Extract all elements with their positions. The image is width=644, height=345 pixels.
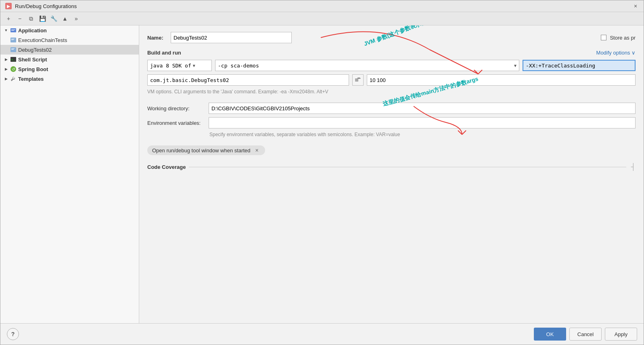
- sidebar-label-debug: DebugTests02: [18, 47, 52, 53]
- svg-rect-7: [11, 48, 15, 49]
- args-input[interactable]: [367, 74, 636, 86]
- save-button[interactable]: 💾: [38, 14, 47, 23]
- spring-icon: ↺: [10, 66, 17, 72]
- sidebar-item-templates[interactable]: ▶ Templates: [0, 74, 139, 84]
- sidebar-item-spring-boot[interactable]: ▶ ↺ Spring Boot: [0, 64, 139, 74]
- main-panel: Name: Store as pr Build and run Modify o…: [139, 25, 644, 323]
- svg-rect-1: [11, 29, 15, 30]
- chevron-right-icon: ▶: [4, 57, 8, 62]
- debug-icon: [10, 46, 17, 53]
- execution-icon: [10, 37, 17, 43]
- sidebar-item-debug-tests[interactable]: DebugTests02: [0, 45, 139, 55]
- store-as-row: Store as pr: [601, 35, 636, 41]
- title-bar: ▶ Run/Debug Configurations ×: [0, 0, 644, 12]
- sdk-dropdown-arrow: ▼: [193, 63, 195, 68]
- ok-button[interactable]: OK: [534, 328, 566, 341]
- store-as-label: Store as pr: [610, 35, 636, 41]
- env-hint: Specify environment variables, separate …: [209, 132, 636, 137]
- svg-rect-5: [11, 40, 14, 40]
- sidebar-item-execution-chain[interactable]: ExecutionChainTests: [0, 35, 139, 45]
- vm-hint: VM options. CLI arguments to the 'Java' …: [147, 87, 636, 96]
- code-coverage-divider: Code Coverage ┤: [147, 163, 636, 170]
- svg-text:↺: ↺: [12, 67, 15, 72]
- sidebar-item-application[interactable]: ▼ Application: [0, 25, 139, 35]
- env-vars-label: Environment variables:: [147, 120, 204, 126]
- working-dir-label: Working directory:: [147, 105, 204, 111]
- remove-button[interactable]: −: [15, 14, 25, 23]
- tag-container: Open run/debug tool window when started …: [147, 145, 636, 155]
- chevron-down-icon: ▼: [4, 28, 8, 33]
- sidebar-label-shell: Shell Script: [18, 57, 47, 63]
- working-dir-row: Working directory:: [147, 103, 636, 114]
- shell-icon: >_: [10, 56, 17, 63]
- sdk-value: java 8 SDK of: [150, 63, 191, 69]
- build-run-title: Build and run: [147, 50, 181, 56]
- sidebar-label-application: Application: [18, 27, 47, 34]
- class-input[interactable]: [147, 74, 349, 86]
- sidebar-label-execution: ExecutionChainTests: [18, 37, 67, 43]
- content-area: ▼ Application ExecutionChainTests DebugT…: [0, 25, 644, 323]
- browse-button[interactable]: [352, 74, 364, 86]
- sidebar-label-spring: Spring Boot: [18, 66, 48, 72]
- open-tool-window-tag: Open run/debug tool window when started …: [147, 145, 265, 155]
- run-debug-dialog: ▶ Run/Debug Configurations × + − ⧉ 💾 🔧 ▲…: [0, 0, 644, 345]
- svg-rect-4: [11, 39, 15, 39]
- store-as-checkbox[interactable]: [601, 35, 606, 40]
- name-input[interactable]: [171, 32, 292, 43]
- sidebar-item-shell-script[interactable]: ▶ >_ Shell Script: [0, 55, 139, 64]
- svg-rect-13: [355, 78, 358, 82]
- footer: ? OK Cancel Apply: [0, 323, 644, 345]
- modify-options-link[interactable]: Modify options ∨: [596, 50, 636, 56]
- svg-text:>_: >_: [11, 58, 15, 61]
- scroll-indicator: ┤: [631, 163, 636, 170]
- sidebar-label-templates: Templates: [18, 76, 44, 82]
- env-vars-row: Environment variables:: [147, 117, 636, 128]
- env-vars-input[interactable]: [209, 117, 636, 128]
- cp-dropdown[interactable]: -cp sca-demos ▼: [215, 60, 519, 71]
- name-label: Name:: [147, 35, 167, 41]
- help-button[interactable]: ?: [7, 328, 19, 340]
- chevron-right-templates-icon: ▶: [4, 76, 8, 81]
- sdk-row: java 8 SDK of ▼ -cp sca-demos ▼: [147, 60, 636, 71]
- close-button[interactable]: ×: [632, 3, 639, 9]
- code-coverage-label: Code Coverage: [147, 164, 186, 170]
- svg-rect-2: [11, 30, 14, 31]
- jvm-input[interactable]: [523, 60, 636, 71]
- add-button[interactable]: +: [4, 14, 13, 23]
- wrench-icon: [10, 76, 17, 82]
- class-args-row: [147, 74, 636, 86]
- build-run-header: Build and run Modify options ∨: [147, 50, 636, 56]
- copy-button[interactable]: ⧉: [26, 14, 36, 23]
- footer-buttons: OK Cancel Apply: [534, 328, 637, 341]
- sidebar: ▼ Application ExecutionChainTests DebugT…: [0, 25, 139, 323]
- dialog-icon: ▶: [5, 3, 12, 9]
- wrench-button[interactable]: 🔧: [49, 14, 59, 23]
- working-dir-input[interactable]: [209, 103, 636, 114]
- more-button[interactable]: »: [71, 14, 81, 23]
- up-button[interactable]: ▲: [60, 14, 70, 23]
- application-icon: [10, 27, 17, 34]
- toolbar: + − ⧉ 💾 🔧 ▲ »: [0, 12, 644, 25]
- cp-dropdown-arrow: ▼: [514, 63, 516, 68]
- name-store-row: Name: Store as pr: [147, 32, 636, 43]
- tag-label: Open run/debug tool window when started: [152, 147, 251, 154]
- svg-rect-8: [11, 49, 14, 50]
- divider-line: [189, 167, 626, 167]
- cancel-button[interactable]: Cancel: [569, 328, 602, 341]
- apply-button[interactable]: Apply: [605, 328, 637, 341]
- tag-close-button[interactable]: ×: [254, 147, 260, 154]
- cp-value: -cp sca-demos: [218, 63, 512, 69]
- sdk-dropdown[interactable]: java 8 SDK of ▼: [147, 60, 212, 71]
- dialog-title: Run/Debug Configurations: [15, 3, 629, 9]
- chevron-right-spring-icon: ▶: [4, 67, 8, 72]
